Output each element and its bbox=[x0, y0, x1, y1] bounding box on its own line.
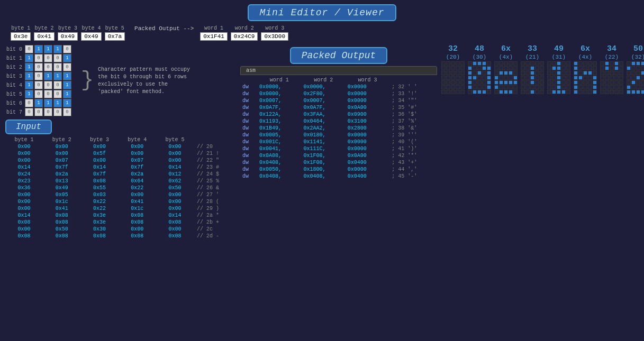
char-grid-cell bbox=[525, 80, 530, 85]
char-grid-cell bbox=[610, 80, 614, 85]
char-grid-cell bbox=[631, 66, 636, 70]
output-word: 0x1F08, bbox=[301, 159, 345, 166]
char-grid-cell bbox=[614, 85, 619, 89]
char-grid-cell bbox=[441, 66, 446, 70]
bit-cell: 1 bbox=[25, 81, 33, 89]
char-grid-cell bbox=[610, 71, 614, 75]
char-grid-cell bbox=[631, 90, 636, 94]
char-num: 6x bbox=[580, 45, 590, 54]
char-num: 33 bbox=[528, 45, 537, 54]
output-word: 0x001C, bbox=[257, 139, 301, 145]
input-cell: 0x00 bbox=[156, 191, 194, 198]
char-grid-cell bbox=[460, 85, 465, 89]
char-grid-cell bbox=[513, 90, 518, 94]
char-grid-cell bbox=[460, 66, 465, 70]
char-col-1: 48(30) bbox=[468, 45, 491, 339]
output-row: dw0x0050,0x1800,0x0000; 44 ',' bbox=[240, 166, 437, 173]
char-grid-cell bbox=[566, 80, 570, 85]
output-word: 0x0000, bbox=[257, 90, 301, 97]
char-grid-cell bbox=[530, 85, 534, 89]
input-row: 0x000x070x000x070x00// 22 " bbox=[5, 157, 233, 164]
char-grid-cell bbox=[494, 80, 498, 85]
char-grid-cell bbox=[521, 66, 525, 70]
char-grid-cell bbox=[566, 66, 570, 70]
output-kw: dw bbox=[240, 97, 257, 104]
brace-icon: } bbox=[81, 70, 94, 91]
char-grid-cell bbox=[487, 71, 491, 75]
char-grid-cell bbox=[557, 90, 561, 94]
char-grid-cell bbox=[535, 61, 539, 66]
char-grid-cell bbox=[473, 80, 477, 85]
char-grid-cell bbox=[460, 90, 465, 94]
output-table: word 1word 2word 3 dw0x0000,0x0000,0x000… bbox=[240, 77, 437, 180]
input-cell: 0x00 bbox=[156, 143, 194, 150]
output-kw: dw bbox=[240, 159, 257, 166]
char-grid-cell bbox=[477, 90, 482, 94]
char-grid-cell bbox=[446, 66, 450, 70]
input-header: byte 4 bbox=[119, 136, 156, 143]
input-comment: // 24 $ bbox=[194, 171, 233, 178]
output-comment: ; 44 ',' bbox=[389, 166, 437, 173]
bit-note-container: } Character pattern must occupy the bit … bbox=[81, 45, 193, 116]
input-cell: 0x3e bbox=[80, 212, 118, 219]
char-grid-cell bbox=[521, 76, 525, 80]
char-grid-cell bbox=[535, 71, 539, 75]
output-word: 0x0A00 bbox=[346, 104, 389, 111]
asm-tab[interactable]: asm bbox=[240, 66, 437, 75]
char-grid-cell bbox=[631, 71, 636, 75]
bit-cell: 1 bbox=[63, 81, 71, 89]
bit-cell: 0 bbox=[44, 63, 52, 71]
output-comment: ; 41 ')' bbox=[389, 145, 437, 152]
output-words-group: word 1 0x1F41word 2 0x24C9word 3 0x3D00 bbox=[200, 25, 288, 41]
char-grid-cell bbox=[627, 76, 631, 80]
char-grid-cell bbox=[530, 66, 534, 70]
char-grid-cell bbox=[605, 85, 609, 89]
output-word: 0x3FAA, bbox=[301, 111, 345, 118]
output-row: dw0x122A,0x3FAA,0x0900; 36 '$' bbox=[240, 111, 437, 118]
char-grid-cell bbox=[446, 90, 450, 94]
char-grid-cell bbox=[578, 61, 583, 66]
char-grid-cell bbox=[593, 61, 597, 66]
output-row: dw0x0408,0x0408,0x0400; 45 '-' bbox=[240, 173, 437, 180]
packed-output-label: Packed Output --> bbox=[134, 25, 194, 33]
char-grid-cell bbox=[578, 90, 583, 94]
char-grid-cell bbox=[614, 90, 619, 94]
input-cell: 0x00 bbox=[80, 143, 118, 150]
input-cell: 0x2a bbox=[43, 171, 80, 178]
input-comment: // 22 " bbox=[194, 157, 233, 164]
char-grid-cell bbox=[499, 76, 503, 80]
output-word: 0x0900 bbox=[346, 111, 389, 118]
input-cell: 0x13 bbox=[43, 178, 80, 185]
char-grid-cell bbox=[456, 71, 460, 75]
output-word: 0x0000, bbox=[301, 84, 345, 90]
char-grid-cell bbox=[614, 71, 619, 75]
char-grid-cell bbox=[552, 90, 556, 94]
output-word: 0x0041, bbox=[257, 145, 301, 152]
char-grid-cell bbox=[605, 76, 609, 80]
bit-cell: 0 bbox=[34, 108, 43, 116]
char-grid-cell bbox=[513, 76, 518, 80]
input-row: 0x140x7f0x140x7f0x14// 23 # bbox=[5, 164, 233, 171]
char-grid-cell bbox=[578, 80, 583, 85]
input-comment: // 2b + bbox=[194, 219, 233, 226]
char-grid-cell bbox=[588, 90, 592, 94]
input-cell: 0x00 bbox=[5, 226, 43, 233]
input-cell: 0x22 bbox=[80, 198, 118, 205]
char-grid-cell bbox=[487, 66, 491, 70]
bit-cell: 0 bbox=[53, 108, 62, 116]
char-grid-cell bbox=[513, 66, 518, 70]
input-comment: // 26 & bbox=[194, 185, 233, 191]
char-grid-cell bbox=[578, 76, 583, 80]
output-kw: dw bbox=[240, 152, 257, 159]
char-grid-cell bbox=[540, 76, 544, 80]
char-grid-cell bbox=[547, 85, 551, 89]
char-grid-cell bbox=[631, 76, 636, 80]
input-row: 0x000x000x000x000x00// 20 bbox=[5, 143, 233, 150]
char-num: 50 bbox=[633, 45, 643, 54]
output-comment: ; 32 ' ' bbox=[389, 84, 437, 90]
char-grid-cell bbox=[627, 71, 631, 75]
output-row: dw0x001C,0x1141,0x0000; 40 '(' bbox=[240, 139, 437, 145]
char-grid-cell bbox=[540, 71, 544, 75]
char-grid-cell bbox=[605, 66, 609, 70]
bit-grid: bit 001110bit 110001bit 210000bit 310111… bbox=[5, 45, 71, 116]
